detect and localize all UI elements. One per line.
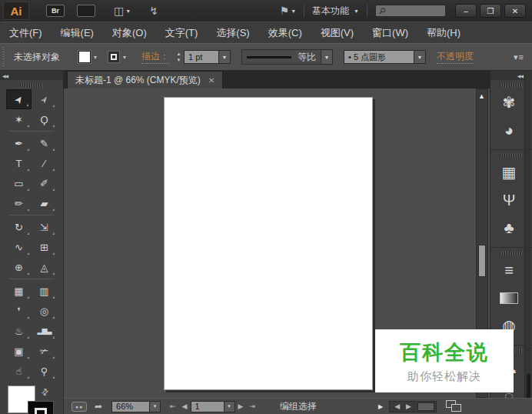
width-tool[interactable]: ∿ (6, 237, 32, 257)
drag-grip[interactable] (500, 83, 523, 88)
color-guide-icon[interactable]: ◕ (491, 117, 527, 143)
artboard[interactable] (164, 97, 373, 390)
artboard-number-field[interactable]: 1 (191, 401, 224, 412)
menu-item-6[interactable]: 效果(C) (268, 26, 302, 40)
search-input[interactable]: ⚲ (375, 5, 446, 17)
scroll-up-icon[interactable]: ▲ (478, 92, 485, 100)
eyedropper-tool[interactable]: ❜ (6, 301, 32, 321)
menu-item-4[interactable]: 文字(T) (165, 26, 198, 40)
pen-tool[interactable]: ✒ (6, 133, 32, 153)
column-graph-tool[interactable]: ▂▆▃ (32, 321, 57, 341)
step-up-icon[interactable]: ▲ (177, 52, 181, 56)
fill-color-dropdown[interactable]: ▼ (91, 50, 100, 64)
drag-grip[interactable] (20, 83, 43, 88)
close-button[interactable]: ✕ (504, 4, 526, 18)
zoom-level-field[interactable]: 66% (111, 401, 150, 412)
width-profile-arrow[interactable]: ▼ (321, 49, 333, 65)
expand-dock-icon[interactable]: ◀◀ (517, 73, 523, 78)
menu-item-7[interactable]: 视图(V) (321, 26, 354, 40)
device-preview-icon[interactable]: ●● (71, 402, 87, 412)
export-share-icon[interactable]: ➦ (95, 401, 102, 412)
arrange-documents-button[interactable]: ◫ ▼ (114, 5, 131, 17)
magic-wand-tool[interactable]: ✶ (6, 109, 32, 129)
direct-selection-tool[interactable]: ➢ (32, 89, 57, 109)
gradient-tool[interactable]: ▥ (32, 281, 57, 301)
collapse-panel-icon[interactable]: ◀◀ (2, 73, 8, 78)
artboard-number-dropdown[interactable]: ▼ (224, 401, 235, 412)
type-tool[interactable]: T (6, 153, 32, 173)
zoom-tool[interactable]: ⚲ (32, 361, 57, 381)
scroll-right-icon[interactable]: ▶ (406, 402, 411, 410)
swatches-panel-icon[interactable]: ▦ (491, 159, 527, 185)
free-transform-tool[interactable]: ⊞ (32, 237, 57, 257)
horizontal-scrollbar-thumb[interactable] (417, 402, 434, 411)
opacity-panel-link[interactable]: 不透明度 (437, 50, 474, 64)
menu-item-5[interactable]: 选择(S) (216, 26, 249, 40)
last-artboard-button[interactable]: ⇥ (249, 402, 255, 410)
width-profile-dropdown[interactable]: 等比 (241, 49, 321, 65)
stock-button[interactable] (77, 5, 95, 17)
drag-grip[interactable] (2, 47, 5, 67)
cs-live-button[interactable]: ↯ (149, 5, 158, 17)
symbol-sprayer-tool[interactable]: ♨ (6, 321, 32, 341)
brushes-panel-icon[interactable]: Ψ (491, 187, 527, 213)
stroke-swatch[interactable] (28, 401, 54, 414)
stroke-color-dropdown[interactable]: ▼ (120, 50, 129, 64)
stroke-color-swatch[interactable] (108, 51, 120, 63)
close-tab-icon[interactable]: ✕ (208, 76, 214, 85)
rotate-tool[interactable]: ↻ (6, 217, 32, 237)
artboard-tool[interactable]: ▣ (6, 341, 32, 361)
dock-scrollbar[interactable] (524, 71, 531, 414)
step-down-icon[interactable]: ▼ (177, 58, 181, 62)
minimize-button[interactable]: – (455, 4, 477, 18)
next-artboard-button[interactable]: ▶ (238, 402, 244, 410)
status-popup-icon[interactable]: ▶ (378, 403, 383, 410)
color-panel-icon[interactable]: ✾ (491, 89, 527, 115)
lasso-tool[interactable]: Ϙ (32, 109, 57, 129)
menu-item-1[interactable]: 文件(F) (9, 26, 42, 40)
blend-tool[interactable]: ◎ (32, 301, 57, 321)
mesh-tool[interactable]: ▦ (6, 281, 32, 301)
line-segment-tool[interactable]: ∕ (32, 153, 57, 173)
hand-tool[interactable]: ☝ (6, 361, 32, 381)
fill-color-swatch[interactable] (78, 51, 91, 63)
stroke-panel-link[interactable]: 描边： (141, 50, 169, 64)
shape-builder-tool[interactable]: ⊕ (6, 257, 32, 277)
document-tab[interactable]: 未标题-1 @ 66% (CMYK/预览) ✕ (67, 71, 223, 88)
maximize-button[interactable]: ❐ (480, 4, 501, 18)
drag-grip[interactable] (500, 251, 523, 255)
first-artboard-button[interactable]: ⇤ (170, 402, 176, 410)
add-anchor-pen-tool[interactable]: ✎ (32, 133, 57, 153)
stroke-width-stepper[interactable]: ▲ ▼ (174, 50, 184, 64)
swap-fill-stroke-icon[interactable]: ⇄ (39, 386, 52, 399)
menu-item-9[interactable]: 帮助(H) (427, 26, 461, 40)
scroll-left-icon[interactable]: ◀ (394, 402, 400, 410)
selection-tool[interactable]: ➤ (6, 89, 32, 109)
sync-settings-button[interactable]: ⚑ ▼ (280, 5, 297, 17)
menu-item-8[interactable]: 窗口(W) (372, 26, 408, 40)
stroke-width-field[interactable]: 1 pt (184, 50, 219, 64)
slice-tool[interactable]: ✃ (32, 341, 57, 361)
brush-definition-field[interactable]: • 5 点圆形 (344, 50, 414, 64)
menu-item-3[interactable]: 对象(O) (112, 26, 147, 40)
horizontal-scrollbar[interactable]: ◀ ▶ (389, 401, 437, 412)
drag-grip[interactable] (500, 153, 523, 158)
stroke-width-dropdown[interactable]: ▼ (219, 50, 231, 64)
bridge-button[interactable]: Br (46, 5, 65, 17)
brush-definition-dropdown[interactable]: ▼ (414, 50, 426, 64)
stroke-panel-icon[interactable]: ≡ (491, 257, 527, 283)
previous-artboard-button[interactable]: ◀ (182, 402, 188, 410)
zoom-level-dropdown[interactable]: ▼ (150, 401, 161, 412)
scale-tool[interactable]: ⇲ (32, 217, 57, 237)
workspace-switcher[interactable]: 基本功能 ▼ (312, 5, 359, 18)
perspective-grid-tool[interactable]: ◬ (32, 257, 57, 277)
rectangle-tool[interactable]: ▭ (6, 173, 32, 193)
eraser-tool[interactable]: ▰ (32, 193, 57, 213)
menu-item-2[interactable]: 编辑(E) (61, 26, 94, 40)
gradient-panel-icon[interactable] (491, 285, 527, 311)
control-panel-menu-icon[interactable]: ▾≡ (514, 52, 524, 62)
vertical-scrollbar-thumb[interactable] (478, 245, 486, 277)
paintbrush-tool[interactable]: ✐ (32, 173, 57, 193)
symbols-panel-icon[interactable]: ♣ (491, 215, 527, 241)
pencil-tool[interactable]: ✏ (6, 193, 32, 213)
